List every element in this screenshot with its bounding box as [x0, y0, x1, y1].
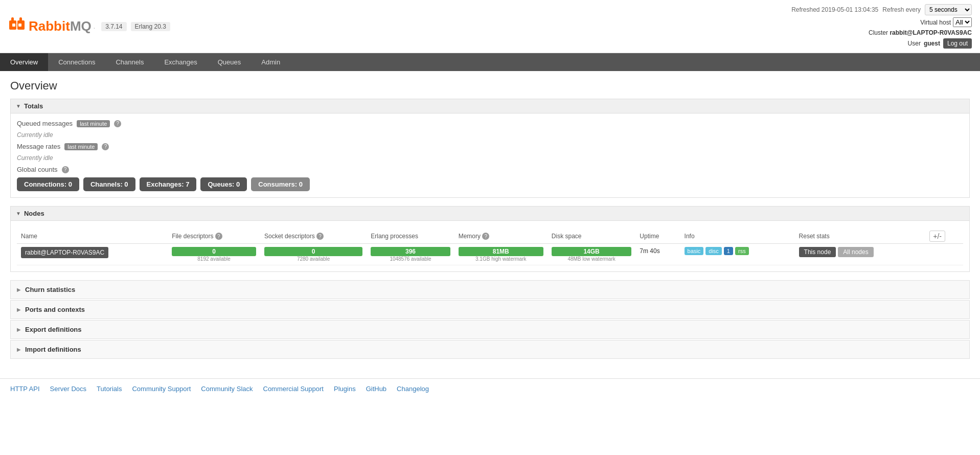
message-rates-idle-row: Currently idle [17, 154, 963, 162]
logout-button[interactable]: Log out [943, 38, 972, 49]
nav-connections[interactable]: Connections [48, 53, 105, 71]
logo-dot: . [94, 23, 95, 30]
info-badge-num[interactable]: 1 [724, 247, 733, 255]
consumers-count-btn[interactable]: Consumers: 0 [251, 177, 310, 191]
global-counts-label: Global counts [17, 166, 58, 173]
import-title: Import definitions [25, 346, 81, 353]
footer-changelog[interactable]: Changelog [397, 385, 429, 393]
col-erlang: Erlang processes [367, 229, 454, 244]
logo: RabbitMQ . [8, 16, 95, 37]
footer-tutorials[interactable]: Tutorials [97, 385, 122, 393]
totals-section-header[interactable]: ▼ Totals [10, 99, 970, 113]
nav-overview[interactable]: Overview [0, 53, 48, 71]
nav-queues[interactable]: Queues [208, 53, 252, 71]
version-badge: 3.7.14 [101, 22, 126, 31]
export-definitions-section[interactable]: ▶ Export definitions [10, 320, 970, 339]
uptime-cell: 7m 40s [635, 244, 680, 265]
col-plusminus: +/- [925, 229, 963, 244]
rabbit-icon [8, 16, 29, 37]
logo-mq-text: MQ [70, 18, 92, 34]
header: RabbitMQ . 3.7.14 Erlang 20.3 Refreshed … [0, 0, 980, 53]
file-desc-cell: 0 8192 available [168, 244, 260, 265]
header-right: Refreshed 2019-05-01 13:04:35 Refresh ev… [791, 4, 972, 49]
svg-rect-4 [12, 24, 15, 27]
col-disk: Disk space [548, 229, 635, 244]
plus-minus-btn[interactable]: +/- [929, 231, 945, 242]
erlang-badge: Erlang 20.3 [131, 22, 170, 31]
export-arrow: ▶ [17, 327, 21, 332]
memory-watermark: 3.1GB high watermark [459, 256, 543, 262]
page-title: Overview [10, 79, 970, 93]
refreshed-label: Refreshed 2019-05-01 13:04:35 [791, 6, 878, 13]
nav-channels[interactable]: Channels [105, 53, 154, 71]
logo-rabbit-text: Rabbit [29, 18, 70, 34]
memory-cell: 81MB 3.1GB high watermark [454, 244, 548, 265]
user-name: guest [924, 40, 940, 47]
connections-count-btn[interactable]: Connections: 0 [17, 177, 79, 191]
user-area: User guest Log out [908, 38, 972, 49]
message-rates-label: Message rates [17, 143, 60, 150]
cluster-label: Cluster [869, 29, 888, 36]
erlang-cell: 396 1048576 available [367, 244, 454, 265]
footer-community-support[interactable]: Community Support [132, 385, 191, 393]
vhost-area: Virtual host All [920, 17, 972, 27]
file-desc-help[interactable]: ? [215, 233, 222, 240]
nodes-title: Nodes [24, 210, 44, 217]
queued-badge: last minute [77, 120, 110, 127]
node-name: rabbit@LAPTOP-R0VAS9AC [21, 247, 108, 258]
ports-contexts-section[interactable]: ▶ Ports and contexts [10, 300, 970, 319]
footer-http-api[interactable]: HTTP API [10, 385, 40, 393]
footer-github[interactable]: GitHub [366, 385, 386, 393]
nodes-arrow: ▼ [16, 211, 21, 216]
import-definitions-section[interactable]: ▶ Import definitions [10, 340, 970, 359]
col-info: Info [680, 229, 795, 244]
vhost-select[interactable]: All [953, 17, 972, 27]
channels-count-btn[interactable]: Channels: 0 [83, 177, 135, 191]
table-row: rabbit@LAPTOP-R0VAS9AC 0 8192 available … [17, 244, 963, 265]
col-file-desc: File descriptors ? [168, 229, 260, 244]
nav-exchanges[interactable]: Exchanges [154, 53, 207, 71]
disk-watermark: 48MB low watermark [552, 256, 631, 262]
churn-arrow: ▶ [17, 287, 21, 292]
reset-this-node-btn[interactable]: This node [799, 247, 836, 257]
info-badge-basic[interactable]: basic [685, 247, 704, 255]
col-memory: Memory ? [454, 229, 548, 244]
memory-help[interactable]: ? [482, 233, 489, 240]
svg-rect-1 [11, 17, 14, 22]
queued-messages-label: Queued messages [17, 120, 73, 127]
svg-rect-5 [18, 24, 21, 27]
file-desc-available: 8192 available [172, 256, 256, 262]
nodes-section-header[interactable]: ▼ Nodes [10, 206, 970, 221]
main-content: Overview ▼ Totals Queued messages last m… [0, 71, 980, 368]
nav-admin[interactable]: Admin [251, 53, 290, 71]
info-badge-disc[interactable]: disc [705, 247, 722, 255]
message-rates-help-icon[interactable]: ? [102, 143, 109, 150]
queues-count-btn[interactable]: Queues: 0 [200, 177, 247, 191]
message-rates-idle: Currently idle [17, 154, 53, 162]
totals-arrow: ▼ [16, 103, 21, 109]
reset-all-nodes-btn[interactable]: All nodes [838, 247, 873, 257]
queued-help-icon[interactable]: ? [114, 120, 121, 127]
nodes-table-header-row: Name File descriptors ? Socket descripto… [17, 229, 963, 244]
message-rates-badge: last minute [64, 143, 98, 150]
counts-row: Connections: 0 Channels: 0 Exchanges: 7 … [17, 177, 963, 191]
footer-community-slack[interactable]: Community Slack [201, 385, 253, 393]
footer-server-docs[interactable]: Server Docs [50, 385, 87, 393]
footer-commercial-support[interactable]: Commercial Support [263, 385, 324, 393]
churn-statistics-section[interactable]: ▶ Churn statistics [10, 280, 970, 299]
footer-plugins[interactable]: Plugins [334, 385, 356, 393]
disk-cell: 14GB 48MB low watermark [548, 244, 635, 265]
refresh-select[interactable]: 5 seconds 10 seconds 30 seconds 60 secon… [925, 4, 972, 15]
vhost-label: Virtual host [920, 19, 951, 26]
info-badge-rss[interactable]: rss [735, 247, 749, 255]
nodes-body: Name File descriptors ? Socket descripto… [10, 221, 970, 272]
erlang-bar: 396 [371, 247, 450, 256]
socket-desc-help[interactable]: ? [316, 233, 324, 240]
col-reset: Reset stats [795, 229, 926, 244]
socket-desc-cell: 0 7280 available [260, 244, 367, 265]
global-counts-help-icon[interactable]: ? [62, 166, 69, 173]
queued-idle: Currently idle [17, 131, 53, 139]
totals-body: Queued messages last minute ? Currently … [10, 113, 970, 198]
exchanges-count-btn[interactable]: Exchanges: 7 [140, 177, 197, 191]
message-rates-row: Message rates last minute ? [17, 143, 963, 150]
